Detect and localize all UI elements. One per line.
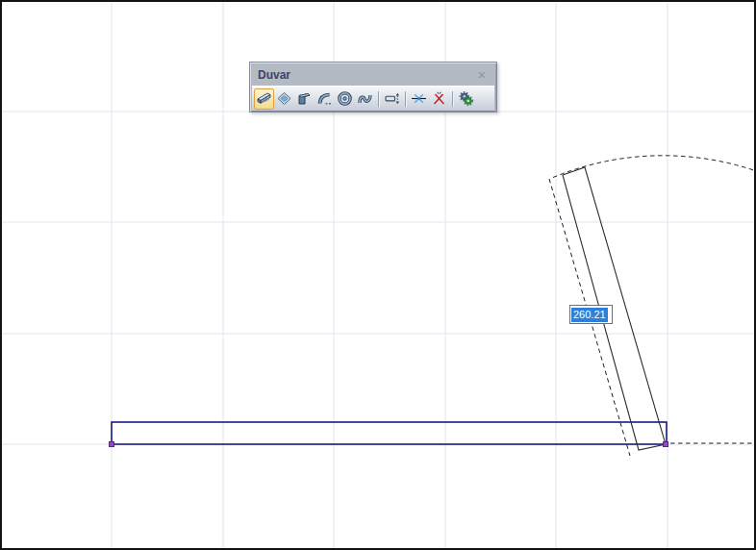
arc-wall-icon: [316, 90, 333, 107]
intersection-snap-icon: [411, 90, 427, 107]
wall-toolbar[interactable]: Duvar ×: [249, 62, 497, 112]
horizontal-wall: [112, 422, 667, 444]
corner-wall-icon: [296, 90, 313, 107]
toolbar-separator: [375, 90, 382, 108]
spline-wall-tool-button[interactable]: [355, 88, 375, 110]
circular-wall-tool-button[interactable]: [335, 88, 355, 110]
toolbar-title: Duvar: [258, 68, 474, 82]
settings-gears-icon: [458, 90, 474, 107]
dimension-value-selected: 260.21: [571, 308, 608, 322]
dimension-input[interactable]: 260.21: [569, 305, 613, 324]
wall-toolbar-buttons: [252, 86, 494, 112]
break-wall-tool-button[interactable]: [429, 88, 449, 110]
diamond-icon: [276, 90, 292, 107]
circular-wall-icon: [337, 90, 353, 107]
snap-marker-right: [664, 442, 668, 447]
spline-wall-icon: [357, 90, 373, 107]
settings-tool-button[interactable]: [456, 88, 476, 110]
toolbar-separator: [449, 90, 456, 108]
break-wall-icon: [431, 90, 447, 107]
wall-thickness-tool-button[interactable]: [382, 88, 402, 110]
corner-wall-tool-button[interactable]: [294, 88, 315, 110]
intersection-tool-button[interactable]: [409, 88, 429, 110]
arc-wall-tool-button[interactable]: [315, 88, 335, 110]
wall-toolbar-titlebar[interactable]: Duvar ×: [250, 62, 496, 85]
wall-icon: [256, 90, 272, 107]
cad-application-window: Duvar ×: [0, 0, 756, 550]
guide-radius-arc-dashed: [553, 156, 756, 178]
close-icon[interactable]: ×: [474, 68, 490, 82]
wall-thickness-icon: [384, 90, 400, 107]
toolbar-separator: [402, 90, 409, 108]
wall-tool-button[interactable]: [254, 88, 274, 110]
diamond-tool-button[interactable]: [274, 88, 294, 110]
snap-marker-left: [110, 442, 114, 447]
